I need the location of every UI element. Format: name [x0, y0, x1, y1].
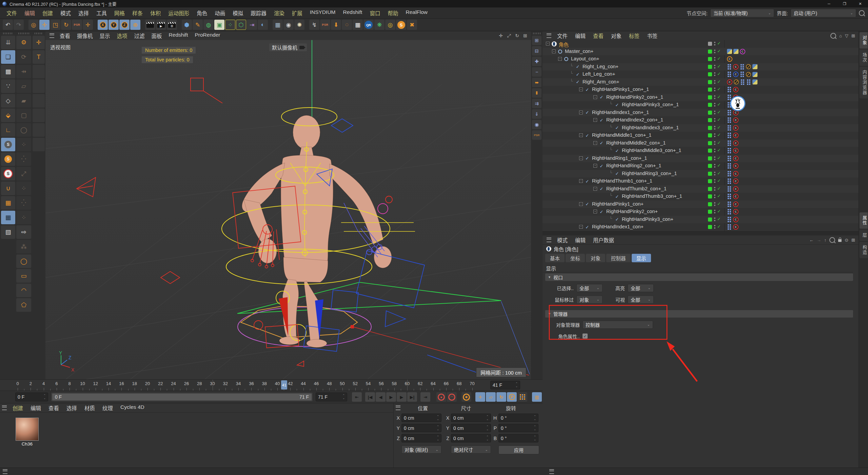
target-plugin-button[interactable]: ◎: [385, 20, 395, 30]
side-tab-场次[interactable]: 场次: [860, 50, 868, 66]
object-row[interactable]: −✓RightHandPinky1_con+_1✓C: [542, 86, 859, 94]
visibility-dots-icon[interactable]: [714, 80, 715, 81]
constraint-tag-icon[interactable]: C: [733, 140, 738, 146]
view-rotate-icon[interactable]: ↻: [514, 33, 520, 39]
add-camera-tool[interactable]: ◉: [532, 120, 541, 129]
next-key-button[interactable]: ▶|: [407, 392, 417, 402]
enable-check-icon[interactable]: ✓: [717, 209, 721, 214]
deformer-menu[interactable]: ⬇: [331, 20, 341, 30]
next-frame-button[interactable]: ▶: [397, 392, 407, 402]
lock-workplane-button[interactable]: ▦: [1, 211, 15, 224]
material-menu-查看[interactable]: 查看: [45, 404, 63, 412]
protection-tag-icon[interactable]: [734, 79, 739, 84]
palette-tool-10-icon[interactable]: ⁘: [16, 182, 31, 195]
array-grid-tool[interactable]: ▦: [353, 20, 363, 30]
record-position-toggle[interactable]: ✛: [475, 392, 485, 402]
menu-Redshift[interactable]: Redshift: [339, 9, 366, 17]
enable-toggle[interactable]: [708, 111, 712, 115]
constraint-tag-icon[interactable]: C: [733, 156, 738, 161]
enable-check-icon[interactable]: ✓: [717, 102, 721, 107]
palette-tool-11-icon[interactable]: ⁛: [16, 196, 31, 210]
range-start-spinner[interactable]: 0 F⌃⌄: [15, 393, 48, 401]
coordinate-input[interactable]: 0 °⌃⌄: [498, 434, 538, 442]
attribute-dropdown[interactable]: 对象⌄: [576, 296, 603, 304]
workflow-menu[interactable]: ⇥: [247, 20, 257, 30]
visibility-dots-icon[interactable]: [714, 164, 715, 165]
constraint-tag-icon[interactable]: C: [733, 117, 738, 123]
menu-体积[interactable]: 体积: [146, 9, 164, 17]
menu-帮助[interactable]: 帮助: [384, 9, 402, 17]
expand-icon[interactable]: −: [579, 111, 583, 114]
character-components-tool[interactable]: ⊟: [532, 46, 541, 56]
expand-icon[interactable]: −: [579, 88, 583, 91]
menu-网格[interactable]: 网格: [111, 9, 129, 17]
constraint-tag-icon[interactable]: C: [733, 163, 738, 169]
viewport-menu-摄像机[interactable]: 摄像机: [74, 32, 96, 39]
group-header-视口[interactable]: ▼视口: [545, 273, 853, 281]
enable-toggle[interactable]: [708, 118, 712, 122]
coordinate-system-toggle[interactable]: ⊕: [130, 20, 140, 30]
group-header-管理器[interactable]: ▼管理器: [545, 310, 853, 318]
palette-tool-1-icon[interactable]: ⟳: [16, 50, 31, 64]
python-tag-icon[interactable]: [752, 79, 757, 84]
visibility-dots-icon[interactable]: [714, 187, 715, 188]
enable-toggle[interactable]: [708, 156, 712, 160]
enable-toggle[interactable]: [708, 225, 712, 229]
enable-toggle[interactable]: [708, 57, 712, 61]
palette-tool-8-icon[interactable]: ⁛: [16, 152, 31, 166]
enable-check-icon[interactable]: ✓: [717, 216, 721, 222]
side-tab-内容浏览器[interactable]: 内容浏览器: [860, 67, 868, 98]
enable-check-icon[interactable]: ✓: [717, 125, 721, 130]
character-hierarchy-tool[interactable]: ⊞: [532, 36, 541, 45]
coordinate-mode-dropdown[interactable]: 绝对尺寸⌄: [451, 445, 491, 454]
enable-toggle[interactable]: [708, 210, 712, 214]
attribute-dropdown[interactable]: 全部⌄: [628, 284, 654, 292]
object-row[interactable]: −✓RightHandIndex1_con+_1✓C: [542, 109, 859, 117]
enable-snap-button[interactable]: S: [1, 138, 15, 151]
om-filter-icon[interactable]: ▽: [845, 33, 848, 38]
side-tab-属性[interactable]: 属性: [860, 212, 868, 229]
primitive-cube-menu[interactable]: ⬢: [182, 20, 192, 30]
enable-check-icon[interactable]: ✓: [717, 148, 721, 153]
object-row[interactable]: −✓RightHandRing1_con+_1✓C: [542, 155, 859, 163]
menu-样条[interactable]: 样条: [129, 9, 146, 17]
priority-tag-icon[interactable]: [740, 72, 745, 77]
priority-tag-icon[interactable]: [727, 179, 732, 184]
constraint-tag-icon[interactable]: C: [733, 171, 738, 176]
enable-check-icon[interactable]: ✓: [717, 171, 721, 176]
object-row[interactable]: └✓RightHandPinky3_con+_1✓C: [542, 101, 859, 109]
visibility-dots-icon[interactable]: [714, 118, 715, 119]
search-icon[interactable]: [859, 10, 865, 16]
object-row[interactable]: −角色✓: [542, 40, 859, 48]
scale-tool[interactable]: ◳: [50, 20, 60, 30]
timeline-layout-button[interactable]: ▥: [532, 392, 542, 402]
am-search-icon[interactable]: [829, 237, 835, 243]
material-menu-纹理[interactable]: 纹理: [99, 404, 117, 412]
priority-tag-icon[interactable]: [727, 171, 732, 176]
viewport-menu-Redshift[interactable]: Redshift: [165, 32, 192, 39]
enable-check-icon[interactable]: ✓: [717, 224, 721, 229]
light-menu[interactable]: ✺: [294, 20, 304, 30]
range-end-spinner[interactable]: 71 F⌃⌄: [316, 393, 347, 401]
material-thumbnail[interactable]: [16, 418, 39, 441]
om-menu-书签[interactable]: 书签: [643, 32, 661, 39]
constraint-tag-icon[interactable]: C: [733, 148, 738, 153]
visibility-dots-icon[interactable]: [714, 141, 715, 142]
current-frame-spinner[interactable]: 41 F ⌃⌄: [490, 381, 520, 390]
rotate-workplane-button[interactable]: ▧: [1, 225, 15, 239]
priority-tag-icon[interactable]: [727, 87, 732, 92]
tab-控制器[interactable]: 控制器: [606, 254, 631, 262]
add-controller-tool[interactable]: ✚: [532, 57, 541, 66]
enable-check-icon[interactable]: ✓: [717, 193, 721, 198]
expand-icon[interactable]: −: [546, 42, 550, 45]
close-button[interactable]: ✕: [852, 0, 868, 7]
priority-tag-icon[interactable]: [746, 80, 751, 84]
interface-dropdown[interactable]: 启动 (用户)⌄: [791, 9, 856, 17]
object-row[interactable]: −✓RightHandThumb1_con+_1✓C: [542, 177, 859, 185]
apply-button[interactable]: 应用: [498, 445, 539, 454]
axis-mode-button[interactable]: ∟: [1, 123, 15, 137]
palette-tool-7-icon[interactable]: ⁘: [16, 138, 31, 151]
object-row[interactable]: −✓RightHandPinky2_con+_1✓C: [542, 94, 859, 101]
enable-check-icon[interactable]: ✓: [717, 64, 721, 69]
psr-keyframe-tool[interactable]: PSR: [72, 20, 82, 30]
